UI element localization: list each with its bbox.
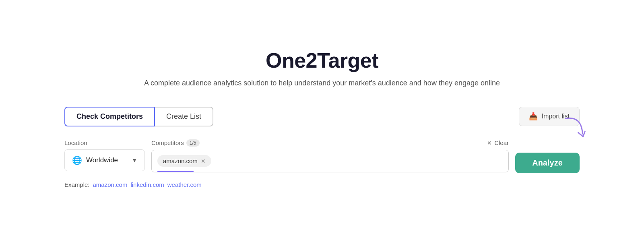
example-weather[interactable]: weather.com: [167, 181, 202, 188]
controls-section: Check Competitors Create List 📥 Import l…: [64, 107, 580, 188]
page-title: One2Target: [64, 48, 580, 72]
location-dropdown[interactable]: 🌐 Worldwide ▼: [64, 149, 145, 171]
import-icon: 📥: [529, 112, 538, 121]
chevron-down-icon: ▼: [132, 157, 137, 164]
header-section: One2Target A complete audience analytics…: [64, 48, 580, 87]
clear-label: Clear: [494, 139, 509, 146]
location-label: Location: [64, 139, 145, 146]
examples-prefix: Example:: [64, 181, 90, 188]
examples-row: Example: amazon.com linkedin.com weather…: [64, 181, 580, 188]
competitor-tag: amazon.com ✕: [157, 155, 211, 167]
location-field-group: Location 🌐 Worldwide ▼: [64, 139, 145, 171]
competitors-label: Competitors: [151, 139, 184, 146]
competitors-badge: 1/5: [186, 139, 200, 147]
tabs-row: Check Competitors Create List 📥 Import l…: [64, 107, 580, 126]
tab-create-list[interactable]: Create List: [154, 107, 213, 126]
arrow-decoration: [557, 111, 590, 147]
page-subtitle: A complete audience analytics solution t…: [64, 79, 580, 87]
competitors-input[interactable]: amazon.com ✕: [151, 150, 509, 172]
globe-icon: 🌐: [72, 155, 82, 165]
analyze-button[interactable]: Analyze: [515, 153, 580, 173]
page-wrapper: One2Target A complete audience analytics…: [40, 32, 604, 204]
clear-button[interactable]: ✕ Clear: [487, 139, 509, 146]
tag-underline: [157, 171, 194, 172]
example-linkedin[interactable]: linkedin.com: [130, 181, 164, 188]
location-value: Worldwide: [86, 156, 118, 164]
clear-x-icon: ✕: [487, 140, 492, 146]
tabs-group: Check Competitors Create List: [64, 107, 213, 126]
tag-value: amazon.com: [163, 157, 198, 164]
tag-close-icon[interactable]: ✕: [201, 158, 206, 164]
tab-check-competitors[interactable]: Check Competitors: [64, 107, 155, 126]
example-amazon[interactable]: amazon.com: [93, 181, 128, 188]
competitors-field-wrapper: Competitors 1/5 ✕ Clear amazon.com ✕: [151, 139, 509, 172]
